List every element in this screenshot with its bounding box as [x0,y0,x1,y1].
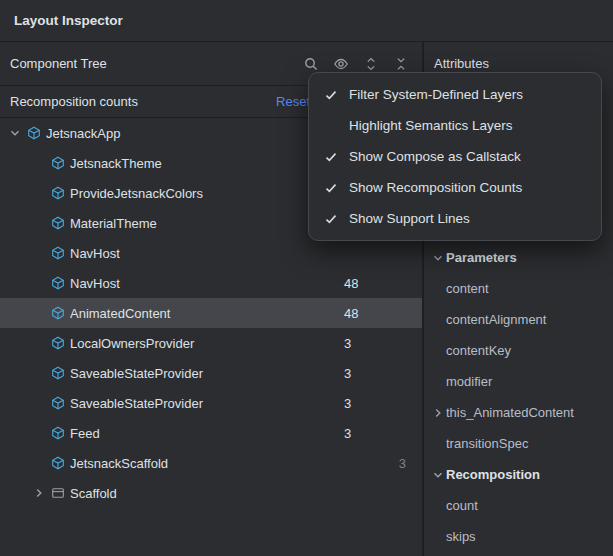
menu-item[interactable]: Show Recomposition Counts [309,172,601,203]
chevron-right-icon[interactable] [430,405,446,421]
expander-spacer [30,364,48,382]
menu-item-label: Show Support Lines [349,211,470,226]
tree-node-label: Feed [70,426,332,441]
attr-item-label: contentAlignment [446,312,546,327]
tree-row[interactable]: NavHost [0,238,422,268]
tree-row[interactable]: SaveableStateProvider3 [0,358,422,388]
attr-item[interactable]: count [424,490,613,521]
tree-node-label: JetsnackTheme [70,156,332,171]
attr-item[interactable]: modifier [424,366,613,397]
tree-row[interactable]: Scaffold [0,478,422,508]
tree-row[interactable]: LocalOwnersProvider3 [0,328,422,358]
tree-node-label: Scaffold [70,486,332,501]
menu-item-label: Filter System-Defined Layers [349,87,523,102]
attr-chevron-spacer [430,529,446,545]
checkmark-icon [319,210,343,228]
tree-node-label: SaveableStateProvider [70,366,332,381]
recomposition-counts-label: Recomposition counts [10,94,276,109]
tree-node-label: NavHost [70,246,332,261]
tree-node-label: JetsnackApp [46,126,332,141]
checkmark-icon [319,179,343,197]
tree-node-label: ProvideJetsnackColors [70,186,332,201]
attr-item-label: contentKey [446,343,511,358]
attr-item[interactable]: content [424,273,613,304]
menu-item-label: Highlight Semantics Layers [349,118,513,133]
attr-item-label: content [446,281,489,296]
attr-section-header[interactable]: Recomposition [424,459,613,490]
layout-inspector-header: Layout Inspector [0,0,613,42]
recomposition-count: 48 [332,306,422,321]
menu-item[interactable]: Show Compose as Callstack [309,141,601,172]
compose-node-icon [24,124,44,142]
chevron-down-icon[interactable] [6,124,24,142]
checkmark-icon [319,148,343,166]
chevron-down-icon [430,250,446,266]
attr-section-label: Recomposition [446,467,540,482]
tree-node-label: SaveableStateProvider [70,396,332,411]
expander-spacer [30,154,48,172]
chevron-down-icon [430,467,446,483]
menu-item-label: Show Recomposition Counts [349,180,522,195]
menu-item[interactable]: Show Support Lines [309,203,601,234]
tree-node-label: LocalOwnersProvider [70,336,332,351]
attr-chevron-spacer [430,281,446,297]
attr-item-label: transitionSpec [446,436,528,451]
compose-node-icon [48,214,68,232]
attr-item-label: this_AnimatedContent [446,405,574,420]
menu-item[interactable]: Filter System-Defined Layers [309,79,601,110]
expander-spacer [30,394,48,412]
attr-chevron-spacer [430,374,446,390]
tree-row[interactable]: JetsnackScaffold3 [0,448,422,478]
attr-item[interactable]: skips [424,521,613,552]
expander-spacer [30,274,48,292]
expander-spacer [30,244,48,262]
tree-node-label: AnimatedContent [70,306,332,321]
tree-node-label: MaterialTheme [70,216,332,231]
attr-item[interactable]: contentKey [424,335,613,366]
compose-node-icon [48,184,68,202]
checkmark-icon [319,86,343,104]
attr-section-label: Parameters [446,250,517,265]
expander-spacer [30,304,48,322]
compose-node-icon [48,394,68,412]
attr-chevron-spacer [430,312,446,328]
recomposition-count: 3 [332,366,422,381]
recomposition-count: 3 [332,396,422,411]
view-node-icon [48,484,68,502]
compose-node-icon [48,334,68,352]
compose-node-icon [48,154,68,172]
reset-counts-link[interactable]: Reset [276,94,310,109]
component-tree-title: Component Tree [10,56,296,71]
recomposition-count: 48 [332,276,422,291]
recomposition-count: 3 [332,336,422,351]
tree-row[interactable]: NavHost48 [0,268,422,298]
compose-node-icon [48,364,68,382]
checkmark-spacer [319,117,343,135]
attr-section-header[interactable]: Parameters [424,242,613,273]
tree-node-label: NavHost [70,276,332,291]
expander-spacer [30,334,48,352]
compose-node-icon [48,454,68,472]
attr-item[interactable]: transitionSpec [424,428,613,459]
tree-row[interactable]: SaveableStateProvider3 [0,388,422,418]
chevron-right-icon[interactable] [30,484,48,502]
expander-spacer [30,424,48,442]
expander-spacer [30,214,48,232]
attr-chevron-spacer [430,498,446,514]
compose-node-icon [48,424,68,442]
expander-spacer [30,184,48,202]
attributes-title: Attributes [434,56,489,71]
menu-item-label: Show Compose as Callstack [349,149,521,164]
view-options-menu: Filter System-Defined LayersHighlight Se… [308,72,602,241]
attr-item[interactable]: contentAlignment [424,304,613,335]
menu-item[interactable]: Highlight Semantics Layers [309,110,601,141]
tree-row[interactable]: AnimatedContent48 [0,298,422,328]
compose-node-icon [48,304,68,322]
recomposition-count: 3 [332,426,422,441]
tree-row[interactable]: Feed3 [0,418,422,448]
attr-item[interactable]: this_AnimatedContent [424,397,613,428]
recomposition-count: 3 [332,456,422,471]
tree-node-label: JetsnackScaffold [70,456,332,471]
compose-node-icon [48,274,68,292]
window-title: Layout Inspector [14,13,123,28]
